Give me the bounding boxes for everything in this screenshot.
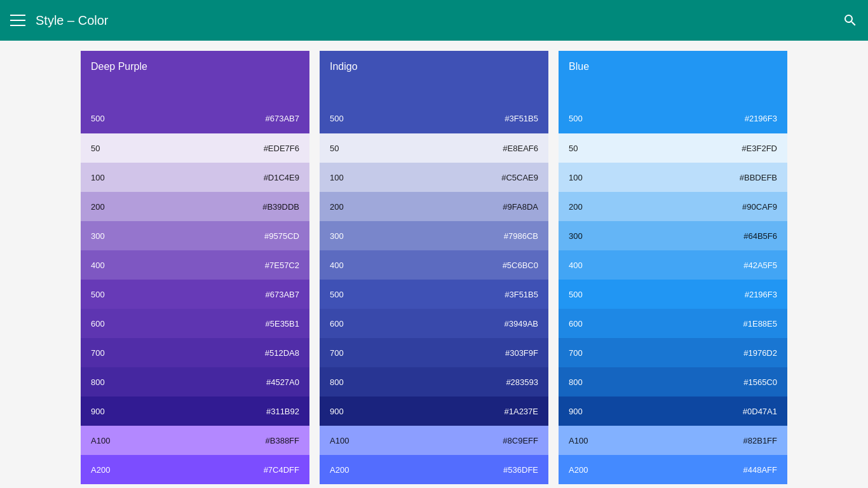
color-swatch: 600#1E88E5 <box>559 309 787 338</box>
color-swatch: 900#311B92 <box>81 396 309 426</box>
color-swatch: 100#BBDEFB <box>559 163 787 192</box>
swatch-hex-value: #9575CD <box>264 231 299 241</box>
swatch-hex-value: #3F51B5 <box>505 290 538 299</box>
color-hero-hex-blue: #2196F3 <box>745 114 777 123</box>
color-swatch: 300#9575CD <box>81 221 309 250</box>
swatch-hex-value: #B39DDB <box>262 202 299 212</box>
color-swatch: 600#5E35B1 <box>81 309 309 338</box>
swatch-weight-label: 600 <box>330 319 344 329</box>
color-hero-weight-indigo: 500 <box>330 114 344 123</box>
swatch-weight-label: A100 <box>569 436 588 445</box>
swatch-weight-label: 200 <box>91 202 105 212</box>
swatch-hex-value: #673AB7 <box>266 290 300 299</box>
color-hero-name-indigo: Indigo <box>330 61 538 72</box>
swatch-weight-label: 700 <box>330 348 344 358</box>
swatch-hex-value: #82B1FF <box>743 436 777 445</box>
color-swatch: A100#8C9EFF <box>320 426 548 455</box>
color-swatch: A100#B388FF <box>81 426 309 455</box>
swatch-weight-label: 400 <box>330 261 344 270</box>
color-swatch: 800#4527A0 <box>81 367 309 396</box>
color-swatch: 500#673AB7 <box>81 280 309 309</box>
swatch-weight-label: A100 <box>330 436 349 445</box>
color-swatch: A100#82B1FF <box>559 426 787 455</box>
color-swatch: 500#2196F3 <box>559 280 787 309</box>
swatch-weight-label: 800 <box>91 377 105 387</box>
color-swatch: 600#3949AB <box>320 309 548 338</box>
swatch-weight-label: 700 <box>569 348 583 358</box>
swatch-weight-label: 500 <box>569 290 583 299</box>
color-swatch: 500#3F51B5 <box>320 280 548 309</box>
color-hero-blue: Blue500#2196F3 <box>559 51 787 133</box>
color-swatch: 50#E8EAF6 <box>320 133 548 163</box>
page-title: Style – Color <box>36 13 843 28</box>
app-header: Style – Color <box>0 0 868 41</box>
swatch-hex-value: #0D47A1 <box>743 407 777 416</box>
color-grid: Deep Purple500#673AB750#EDE7F6100#D1C4E9… <box>0 41 868 488</box>
swatch-hex-value: #311B92 <box>266 407 299 416</box>
swatch-hex-value: #90CAF9 <box>742 202 777 212</box>
search-icon[interactable] <box>843 13 858 28</box>
swatch-weight-label: A100 <box>91 436 110 445</box>
swatch-hex-value: #3949AB <box>505 319 539 329</box>
color-hero-weight-blue: 500 <box>569 114 583 123</box>
color-swatch: 300#7986CB <box>320 221 548 250</box>
swatch-weight-label: 100 <box>91 173 105 182</box>
color-swatch: A200#448AFF <box>559 455 787 484</box>
swatch-weight-label: 600 <box>91 319 105 329</box>
color-swatch: 200#90CAF9 <box>559 192 787 221</box>
color-swatch: 900#1A237E <box>320 396 548 426</box>
color-hero-indigo: Indigo500#3F51B5 <box>320 51 548 133</box>
menu-icon[interactable] <box>10 13 25 28</box>
swatch-weight-label: 300 <box>91 231 105 241</box>
color-hero-hex-indigo: #3F51B5 <box>505 114 538 123</box>
swatch-weight-label: 400 <box>91 261 105 270</box>
swatch-weight-label: 200 <box>330 202 344 212</box>
swatch-hex-value: #64B5F6 <box>743 231 777 241</box>
color-hero-weight-deep-purple: 500 <box>91 114 105 123</box>
swatch-weight-label: 50 <box>569 144 578 153</box>
color-swatch: 100#D1C4E9 <box>81 163 309 192</box>
swatch-hex-value: #536DFE <box>503 465 538 475</box>
color-swatch: 400#42A5F5 <box>559 250 787 280</box>
swatch-weight-label: 200 <box>569 202 583 212</box>
swatch-hex-value: #D1C4E9 <box>264 173 299 182</box>
swatch-hex-value: #9FA8DA <box>503 202 538 212</box>
color-swatch: 700#512DA8 <box>81 338 309 367</box>
swatch-weight-label: 900 <box>91 407 105 416</box>
swatch-weight-label: A200 <box>330 465 349 475</box>
swatch-hex-value: #303F9F <box>505 348 538 358</box>
color-swatch: 800#283593 <box>320 367 548 396</box>
swatch-weight-label: 50 <box>330 144 339 153</box>
color-swatch: 800#1565C0 <box>559 367 787 396</box>
color-swatch: A200#7C4DFF <box>81 455 309 484</box>
color-swatch: 700#1976D2 <box>559 338 787 367</box>
swatch-weight-label: 100 <box>569 173 583 182</box>
swatch-hex-value: #E8EAF6 <box>503 144 538 153</box>
swatch-hex-value: #1E88E5 <box>743 319 778 329</box>
swatch-hex-value: #5E35B1 <box>266 319 300 329</box>
swatch-hex-value: #283593 <box>506 377 538 387</box>
swatch-hex-value: #C5CAE9 <box>501 173 538 182</box>
swatch-hex-value: #42A5F5 <box>743 261 777 270</box>
swatch-hex-value: #7986CB <box>504 231 538 241</box>
swatch-weight-label: 100 <box>330 173 344 182</box>
swatch-weight-label: 500 <box>91 290 105 299</box>
swatch-hex-value: #7C4DFF <box>264 465 299 475</box>
color-hero-hex-deep-purple: #673AB7 <box>266 114 300 123</box>
swatch-hex-value: #512DA8 <box>265 348 299 358</box>
swatch-weight-label: 800 <box>569 377 583 387</box>
swatch-hex-value: #4527A0 <box>266 377 299 387</box>
swatch-hex-value: #7E57C2 <box>265 261 299 270</box>
swatch-weight-label: 400 <box>569 261 583 270</box>
swatch-hex-value: #2196F3 <box>745 290 777 299</box>
color-swatch: 100#C5CAE9 <box>320 163 548 192</box>
swatch-weight-label: 600 <box>569 319 583 329</box>
swatch-weight-label: A200 <box>569 465 588 475</box>
swatch-hex-value: #B388FF <box>266 436 299 445</box>
color-swatch: A200#536DFE <box>320 455 548 484</box>
swatch-weight-label: 300 <box>330 231 344 241</box>
color-swatch: 900#0D47A1 <box>559 396 787 426</box>
swatch-weight-label: 700 <box>91 348 105 358</box>
color-swatch: 50#E3F2FD <box>559 133 787 163</box>
swatch-weight-label: 500 <box>330 290 344 299</box>
